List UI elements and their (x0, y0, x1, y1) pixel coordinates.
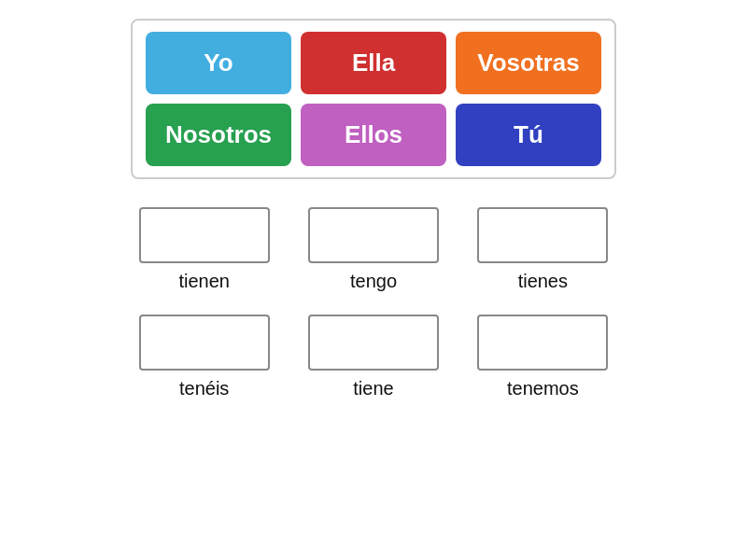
drop-item-drop-tenemos: tenemos (470, 315, 616, 399)
pronoun-btn-ellos[interactable]: Ellos (301, 104, 446, 166)
drop-tienen-label: tienen (178, 271, 230, 292)
drop-item-drop-tiene: tiene (300, 315, 446, 399)
drop-section: tienentengotienestenéistienetenemos (131, 207, 616, 399)
drop-row-0: tienentengotienes (131, 207, 616, 292)
drop-row-1: tenéistienetenemos (131, 315, 616, 399)
drop-tiene-box[interactable] (308, 315, 439, 371)
drop-tiene-label: tiene (353, 378, 393, 399)
pronoun-bank: YoEllaVosotrasNosotrosEllosTú (131, 19, 616, 179)
pronoun-btn-nosotros[interactable]: Nosotros (146, 104, 291, 166)
drop-item-drop-tengo: tengo (300, 207, 446, 292)
pronoun-btn-vosotras[interactable]: Vosotras (456, 32, 601, 94)
pronoun-btn-ella[interactable]: Ella (301, 32, 446, 94)
drop-tenemos-box[interactable] (477, 315, 608, 371)
drop-item-drop-tienes: tienes (470, 207, 616, 292)
drop-teneis-box[interactable] (139, 315, 270, 371)
drop-tienen-box[interactable] (139, 207, 270, 263)
drop-teneis-label: tenéis (179, 378, 229, 399)
drop-tengo-label: tengo (350, 271, 397, 292)
pronoun-btn-tu[interactable]: Tú (456, 104, 601, 166)
drop-item-drop-tienen: tienen (131, 207, 277, 292)
pronoun-btn-yo[interactable]: Yo (146, 32, 291, 94)
drop-tienes-label: tienes (518, 271, 568, 292)
drop-item-drop-teneis: tenéis (131, 315, 277, 399)
drop-tienes-box[interactable] (477, 207, 608, 263)
drop-tengo-box[interactable] (308, 207, 439, 263)
drop-tenemos-label: tenemos (507, 378, 579, 399)
